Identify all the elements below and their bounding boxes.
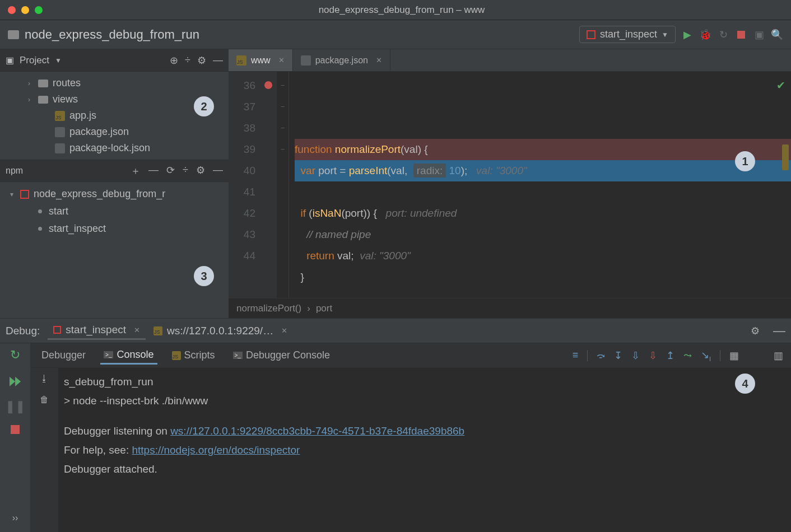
breadcrumb-item[interactable]: normalizePort() <box>236 303 301 314</box>
npm-tree[interactable]: ▾ node_express_debug_from_r startstart_i… <box>0 182 229 241</box>
tree-dir[interactable]: ›routes <box>0 75 229 91</box>
editor-breadcrumb[interactable]: normalizePort() › port <box>229 298 791 318</box>
gear-icon[interactable]: ⚙ <box>196 164 205 178</box>
run-config-selector[interactable]: start_inspect ▼ <box>579 26 676 43</box>
step-into-icon[interactable]: ↧ <box>614 349 622 362</box>
reload-icon[interactable]: ⟳ <box>166 164 175 178</box>
minimize-icon[interactable]: — <box>773 324 785 338</box>
editor-tabs: JSwww✕package.json✕ <box>229 49 791 72</box>
minimize-icon[interactable]: — <box>213 164 223 178</box>
titlebar: node_express_debug_from_run – www <box>0 0 791 20</box>
console-line: Debugger listening on ws://127.0.0.1:922… <box>64 422 785 441</box>
chevron-down-icon: ▼ <box>662 31 668 39</box>
tree-file[interactable]: package-lock.json <box>0 140 229 156</box>
collapse-icon[interactable]: ÷ <box>185 54 190 67</box>
layout-button[interactable]: ▣ <box>753 29 765 41</box>
resume-button[interactable]: ▶▶ <box>10 374 21 388</box>
code-area[interactable]: 363738394041424344 −−−− ✔ function norma… <box>229 72 791 298</box>
close-tab-icon[interactable]: ✕ <box>134 326 140 334</box>
stop-button[interactable] <box>11 425 20 434</box>
layout-icon[interactable]: ▥ <box>774 349 783 362</box>
locate-icon[interactable]: ⊕ <box>170 54 178 67</box>
evaluate-icon[interactable]: ▦ <box>729 349 739 362</box>
stop-button[interactable] <box>735 29 747 41</box>
npm-project-row[interactable]: ▾ node_express_debug_from_r <box>0 185 229 203</box>
maximize-window-button[interactable] <box>35 6 43 14</box>
code-lines[interactable]: ✔ function normalizePort(val) { var port… <box>289 72 791 298</box>
project-tree[interactable]: ›routes›viewsJSapp.jspackage.jsonpackage… <box>0 72 229 160</box>
breakpoint-gutter[interactable] <box>260 72 277 298</box>
remove-icon[interactable]: — <box>148 164 159 178</box>
run-to-cursor-icon[interactable]: ⤳ <box>683 349 692 362</box>
npm-script-item[interactable]: start_inspect <box>0 220 229 237</box>
breadcrumb-item[interactable]: port <box>316 303 332 314</box>
step-out-icon[interactable]: ↥ <box>666 349 674 362</box>
folder-icon <box>8 30 19 39</box>
gear-icon[interactable]: ⚙ <box>751 325 760 337</box>
coverage-button[interactable]: ↻ <box>717 29 729 41</box>
chevron-right-icon: › <box>307 303 310 314</box>
rerun-button[interactable]: ↻ <box>10 348 20 362</box>
npm-script-item[interactable]: start <box>0 203 229 220</box>
main-toolbar: node_express_debug_from_run start_inspec… <box>0 20 791 49</box>
debug-button[interactable]: 🐞 <box>699 29 711 41</box>
npm-icon <box>587 30 595 39</box>
trash-icon[interactable]: 🗑 <box>40 395 49 405</box>
console-line: Debugger attached. <box>64 460 785 479</box>
close-window-button[interactable] <box>8 6 16 14</box>
minimap[interactable] <box>781 49 789 217</box>
debug-session-tabs: Debug: start_inspect✕JSws://127.0.0.1:92… <box>0 319 791 343</box>
close-tab-icon[interactable]: ✕ <box>278 56 285 64</box>
pause-button[interactable]: ❚❚ <box>5 399 25 414</box>
chevron-down-icon[interactable]: ▼ <box>55 57 62 64</box>
npm-pane-label: npm <box>6 166 23 176</box>
callout-badge-1: 1 <box>735 151 755 171</box>
debug-subtab[interactable]: Debugger <box>38 347 89 365</box>
tree-file[interactable]: package.json <box>0 124 229 140</box>
debug-toolwindow: Debug: start_inspect✕JSws://127.0.0.1:92… <box>0 318 791 532</box>
callout-badge-4: 4 <box>735 374 755 394</box>
gear-icon[interactable]: ⚙ <box>197 54 206 67</box>
force-step-into-icon[interactable]: ⇩ <box>631 349 640 362</box>
console-left-toolbar: ⭳ 🗑 <box>30 368 58 532</box>
window-title: node_express_debug_from_run – www <box>43 4 783 16</box>
debug-session-tab[interactable]: JSws://127.0.0.1:9229/…✕ <box>148 321 293 340</box>
project-pane-label[interactable]: Project <box>20 55 49 66</box>
debug-subtab[interactable]: >_Debugger Console <box>230 347 334 365</box>
close-tab-icon[interactable]: ✕ <box>376 56 382 64</box>
npm-pane-header: npm ＋ — ⟳ ÷ ⚙ — <box>0 160 229 182</box>
npm-icon <box>20 190 29 199</box>
minimize-window-button[interactable] <box>21 6 29 14</box>
console-link[interactable]: ws://127.0.0.1:9229/8ccb3cbb-749c-4571-b… <box>170 425 464 437</box>
debug-subtab[interactable]: JSScripts <box>169 347 218 365</box>
npm-project-name: node_express_debug_from_r <box>34 188 165 200</box>
console-line: For help, see: https://nodejs.org/en/doc… <box>64 441 785 460</box>
scroll-bottom-icon[interactable]: ⭳ <box>40 374 49 384</box>
debug-console[interactable]: s_debug_from_run > node --inspect-brk ./… <box>58 368 791 532</box>
search-button[interactable]: 🔍 <box>771 29 783 41</box>
console-link[interactable]: https://nodejs.org/en/docs/inspector <box>132 444 300 456</box>
debug-label: Debug: <box>6 325 40 337</box>
show-exec-point-icon[interactable]: ≡ <box>573 349 579 361</box>
line-numbers-gutter[interactable]: 363738394041424344 <box>229 72 260 298</box>
project-sidebar: ▣ Project ▼ ⊕ ÷ ⚙ — ›routes›viewsJSapp.j… <box>0 49 229 318</box>
debug-session-tab[interactable]: start_inspect✕ <box>48 321 146 340</box>
add-icon[interactable]: ＋ <box>131 164 141 178</box>
minimize-icon[interactable]: — <box>213 54 223 67</box>
more-icon[interactable]: ›› <box>12 513 18 523</box>
editor-tab[interactable]: JSwww✕ <box>229 49 293 71</box>
step-over-icon[interactable]: ⤼ <box>597 349 605 362</box>
debug-subtab[interactable]: >_Console <box>100 347 157 365</box>
project-target-bar-icon: ▣ <box>6 55 14 66</box>
console-line: s_debug_from_run <box>64 372 785 391</box>
collapse-icon[interactable]: ÷ <box>183 164 188 178</box>
breadcrumb-project[interactable]: node_express_debug_from_run <box>25 27 199 42</box>
smart-step-into-icon[interactable]: ⇩ <box>649 349 657 362</box>
run-button[interactable]: ▶ <box>681 29 694 41</box>
callout-badge-2: 2 <box>194 96 214 116</box>
drop-frame-icon[interactable]: ↘I <box>701 349 711 362</box>
project-pane-header: ▣ Project ▼ ⊕ ÷ ⚙ — <box>0 49 229 72</box>
fold-gutter[interactable]: −−−− <box>277 72 289 298</box>
close-tab-icon[interactable]: ✕ <box>281 326 287 335</box>
editor-tab[interactable]: package.json✕ <box>293 49 390 71</box>
